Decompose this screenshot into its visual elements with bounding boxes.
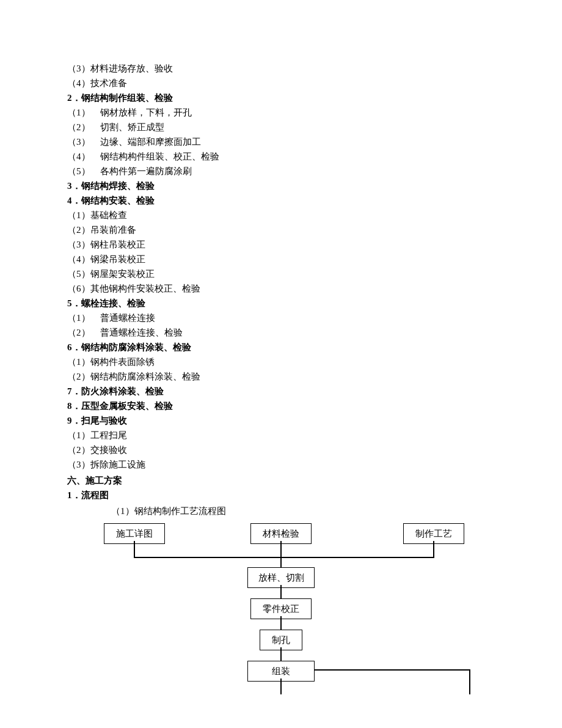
heading-9: 9．扫尾与验收 [67, 413, 495, 428]
item-label: （2） [67, 325, 100, 340]
list-item: （4）技术准备 [67, 76, 495, 90]
heading-4: 4．钢结构安装、检验 [67, 193, 495, 208]
list-item: （2）普通螺栓连接、检验 [67, 325, 495, 340]
item-label: （2） [67, 120, 100, 134]
list-item: （3）材料进场存放、验收 [67, 61, 495, 76]
item-label: （5） [67, 164, 100, 178]
list-item: （3）拆除施工设施 [67, 457, 495, 472]
flowchart-title: （1）钢结构制作工艺流程图 [111, 504, 495, 518]
item-label: （3） [67, 134, 100, 149]
flow-line [280, 585, 282, 598]
list-item: （4）钢梁吊装校正 [67, 252, 495, 267]
list-item: （1）钢构件表面除锈 [67, 355, 495, 369]
item-text: 各构件第一遍防腐涂刷 [100, 166, 192, 176]
list-item: （2）钢结构防腐涂料涂装、检验 [67, 369, 495, 384]
heading-3: 3．钢结构焊接、检验 [67, 178, 495, 193]
list-item: （2）交接验收 [67, 443, 495, 457]
item-label: （4） [67, 149, 100, 164]
heading-5: 5．螺栓连接、检验 [67, 296, 495, 311]
flow-line [280, 647, 282, 661]
item-label: （1） [67, 105, 100, 120]
flow-line [280, 557, 282, 567]
item-text: 普通螺栓连接 [100, 313, 155, 323]
list-item: （1）基础检查 [67, 208, 495, 222]
section-six-1: 1．流程图 [67, 488, 495, 502]
section-six: 六、施工方案 [67, 473, 495, 488]
flow-line [280, 616, 282, 630]
flow-line [134, 557, 434, 558]
flowchart: 施工详图 材料检验 制作工艺 放样、切割 零件校正 制孔 组装 [86, 523, 513, 719]
heading-7: 7．防火涂料涂装、检验 [67, 384, 495, 399]
list-item: （4）钢结构构件组装、校正、检验 [67, 149, 495, 164]
list-item: （2）吊装前准备 [67, 222, 495, 237]
item-text: 普通螺栓连接、检验 [100, 328, 183, 337]
item-text: 切割、矫正成型 [100, 122, 164, 132]
list-item: （3）钢柱吊装校正 [67, 237, 495, 252]
flow-line [134, 541, 135, 557]
list-item: （1）工程扫尾 [67, 428, 495, 443]
list-item: （3）边缘、端部和摩擦面加工 [67, 134, 495, 149]
item-label: （1） [67, 311, 100, 325]
document-page: （3）材料进场存放、验收 （4）技术准备 2．钢结构制作组装、检验 （1）钢材放… [0, 0, 562, 728]
heading-2: 2．钢结构制作组装、检验 [67, 90, 495, 105]
list-item: （1）钢材放样，下料，开孔 [67, 105, 495, 120]
heading-8: 8．压型金属板安装、检验 [67, 399, 495, 413]
item-text: 钢结构构件组装、校正、检验 [100, 152, 219, 161]
list-item: （6）其他钢构件安装校正、检验 [67, 281, 495, 296]
list-item: （5）各构件第一遍防腐涂刷 [67, 164, 495, 178]
list-item: （5）钢屋架安装校正 [67, 267, 495, 281]
list-item: （2）切割、矫正成型 [67, 120, 495, 134]
flow-line [315, 669, 470, 671]
item-text: 钢材放样，下料，开孔 [100, 108, 192, 117]
item-text: 边缘、端部和摩擦面加工 [100, 137, 201, 147]
heading-6: 6．钢结构防腐涂料涂装、检验 [67, 340, 495, 355]
flow-line [433, 541, 434, 557]
flow-line [280, 541, 282, 557]
flow-line [280, 678, 282, 694]
flow-line [469, 669, 470, 694]
list-item: （1）普通螺栓连接 [67, 311, 495, 325]
